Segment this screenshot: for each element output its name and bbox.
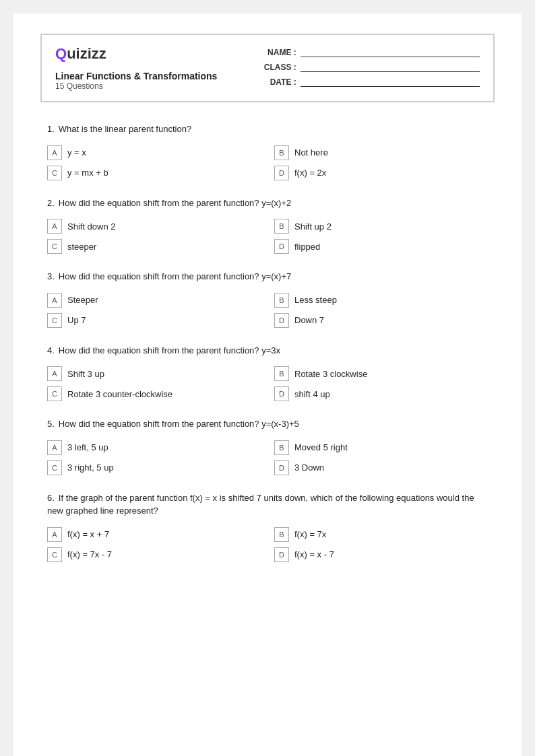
question-1: 1.What is the linear parent function? A … (47, 123, 488, 180)
option-text: f(x) = x - 7 (294, 549, 334, 559)
question-2-option-d[interactable]: D flipped (274, 239, 488, 254)
option-text: shift 4 up (294, 389, 330, 399)
option-letter: B (274, 219, 289, 234)
logo-q: Q (55, 45, 67, 62)
question-4-option-b[interactable]: B Rotate 3 clockwise (274, 366, 488, 381)
option-letter: A (47, 293, 62, 308)
option-text: 3 right, 5 up (67, 462, 114, 473)
question-4-number: 4. (47, 345, 55, 355)
question-5: 5.How did the equation shift from the pa… (47, 417, 488, 475)
question-5-options: A 3 left, 5 up B Moved 5 right C 3 right… (47, 440, 488, 475)
option-text: Less steep (294, 295, 337, 305)
name-label: NAME : (259, 48, 296, 57)
option-letter: A (47, 527, 62, 542)
question-1-option-a[interactable]: A y = x (47, 145, 261, 160)
class-line (301, 63, 480, 72)
question-6-option-b[interactable]: B f(x) = 7x (274, 527, 488, 542)
question-3-number: 3. (47, 271, 55, 281)
option-text: Moved 5 right (294, 442, 348, 452)
question-1-option-d[interactable]: D f(x) = 2x (274, 166, 488, 180)
option-letter: D (274, 460, 289, 475)
option-letter: C (47, 166, 62, 180)
option-text: flipped (294, 242, 320, 252)
option-letter: A (47, 145, 62, 160)
option-letter: B (274, 293, 289, 308)
question-5-option-b[interactable]: B Moved 5 right (274, 440, 488, 455)
option-text: Steeper (67, 295, 98, 305)
option-letter: B (274, 440, 289, 455)
question-3-option-a[interactable]: A Steeper (47, 293, 261, 308)
question-5-number: 5. (47, 419, 55, 429)
question-2-option-a[interactable]: A Shift down 2 (47, 219, 261, 234)
worksheet-subtitle: 15 Questions (55, 81, 239, 91)
option-text: 3 Down (294, 462, 324, 473)
question-3-options: A Steeper B Less steep C Up 7 D Down 7 (47, 293, 488, 328)
question-6-text: 6.If the graph of the parent function f(… (47, 491, 488, 518)
option-letter: D (274, 239, 289, 254)
question-2-option-b[interactable]: B Shift up 2 (274, 219, 488, 234)
option-text: f(x) = x + 7 (67, 529, 109, 539)
question-3: 3.How did the equation shift from the pa… (47, 270, 488, 328)
option-text: 3 left, 5 up (67, 442, 108, 452)
question-4: 4.How did the equation shift from the pa… (47, 344, 488, 402)
name-line (301, 48, 480, 57)
option-text: Shift up 2 (294, 221, 332, 232)
date-line (301, 77, 480, 87)
option-text: f(x) = 2x (294, 168, 326, 178)
question-6-option-c[interactable]: C f(x) = 7x - 7 (47, 547, 261, 562)
question-1-number: 1. (47, 124, 55, 134)
option-text: f(x) = 7x (294, 529, 326, 539)
option-text: Shift 3 up (67, 369, 104, 379)
header-left: Quizizz Linear Functions & Transformatio… (55, 45, 239, 91)
option-letter: D (274, 313, 289, 328)
question-3-option-b[interactable]: B Less steep (274, 293, 488, 308)
question-6-option-d[interactable]: D f(x) = x - 7 (274, 547, 488, 562)
header: Quizizz Linear Functions & Transformatio… (40, 34, 495, 102)
worksheet-title: Linear Functions & Transformations (55, 71, 239, 81)
question-3-text: 3.How did the equation shift from the pa… (47, 270, 488, 283)
option-text: y = mx + b (67, 168, 108, 178)
question-4-option-a[interactable]: A Shift 3 up (47, 366, 261, 381)
question-2-option-c[interactable]: C steeper (47, 239, 261, 254)
option-letter: D (274, 166, 289, 180)
option-letter: C (47, 313, 62, 328)
option-text: f(x) = 7x - 7 (67, 549, 112, 559)
option-text: steeper (67, 242, 96, 252)
option-text: y = x (67, 147, 86, 158)
option-text: Up 7 (67, 315, 86, 325)
option-letter: A (47, 440, 62, 455)
option-text: Not here (294, 147, 328, 158)
question-4-option-d[interactable]: D shift 4 up (274, 386, 488, 401)
option-letter: D (274, 547, 289, 562)
option-letter: A (47, 219, 62, 234)
question-5-option-d[interactable]: D 3 Down (274, 460, 488, 475)
question-6-option-a[interactable]: A f(x) = x + 7 (47, 527, 261, 542)
question-3-option-c[interactable]: C Up 7 (47, 313, 261, 328)
option-letter: C (47, 386, 62, 401)
question-6: 6.If the graph of the parent function f(… (47, 491, 488, 562)
question-3-option-d[interactable]: D Down 7 (274, 313, 488, 328)
question-4-option-c[interactable]: C Rotate 3 counter-clockwise (47, 386, 261, 401)
question-2-text: 2.How did the equation shift from the pa… (47, 197, 488, 210)
page: Quizizz Linear Functions & Transformatio… (13, 13, 522, 756)
question-1-option-c[interactable]: C y = mx + b (47, 166, 261, 180)
option-letter: C (47, 239, 62, 254)
option-text: Down 7 (294, 315, 324, 325)
question-2-number: 2. (47, 198, 55, 208)
question-4-options: A Shift 3 up B Rotate 3 clockwise C Rota… (47, 366, 488, 401)
date-label: DATE : (259, 77, 296, 87)
question-4-text: 4.How did the equation shift from the pa… (47, 344, 488, 357)
class-field-row: CLASS : (259, 63, 480, 72)
date-field-row: DATE : (259, 77, 480, 87)
question-1-text: 1.What is the linear parent function? (47, 123, 488, 136)
question-1-option-b[interactable]: B Not here (274, 145, 488, 160)
class-label: CLASS : (259, 63, 296, 72)
question-2-options: A Shift down 2 B Shift up 2 C steeper D … (47, 219, 488, 254)
option-letter: B (274, 145, 289, 160)
question-5-option-a[interactable]: A 3 left, 5 up (47, 440, 261, 455)
question-5-option-c[interactable]: C 3 right, 5 up (47, 460, 261, 475)
option-text: Shift down 2 (67, 221, 116, 232)
questions-content: 1.What is the linear parent function? A … (13, 116, 522, 598)
logo-text: uizizz (67, 45, 106, 62)
question-2: 2.How did the equation shift from the pa… (47, 197, 488, 254)
